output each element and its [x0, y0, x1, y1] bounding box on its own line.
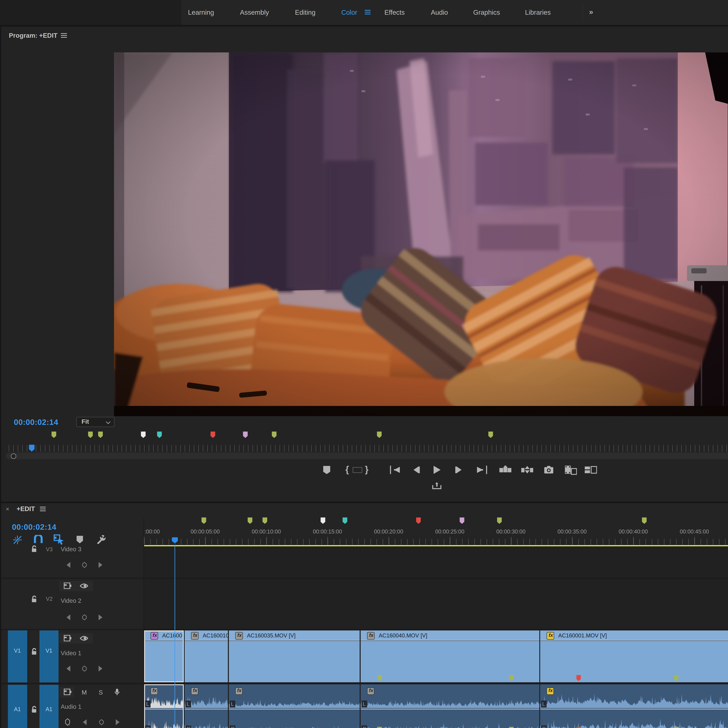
svg-text:}: } — [365, 465, 369, 474]
svg-text:{: { — [346, 465, 349, 474]
